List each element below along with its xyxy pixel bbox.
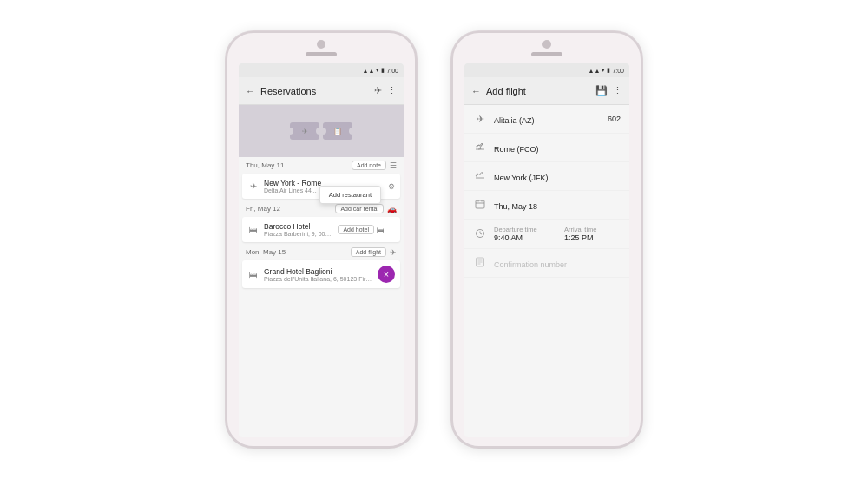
camera-dot-right bbox=[542, 40, 551, 49]
flight-number-value[interactable]: 602 bbox=[608, 115, 621, 123]
car-icon[interactable]: 🚗 bbox=[387, 205, 397, 213]
form-row-times: Departure time 9:40 AM Arrival time 1:25… bbox=[464, 220, 629, 249]
send-icon-left[interactable]: ✈ bbox=[374, 85, 382, 96]
svg-rect-0 bbox=[476, 200, 484, 208]
ticket-1: ✈ bbox=[290, 122, 319, 140]
flight-item-ny-rome: ✈ New York - Rome Delta Air Lines 44... … bbox=[242, 174, 400, 199]
left-phone-screen: ▲▲ ▾ ▮ 7:00 ← Reservations ✈ ⋮ bbox=[239, 63, 404, 437]
ticket-plane-icon: ✈ bbox=[302, 128, 308, 135]
hotel-action-icon[interactable]: 🛏 bbox=[377, 226, 385, 234]
more-icon-hotel[interactable]: ⋮ bbox=[387, 226, 395, 234]
wifi-icon: ▾ bbox=[376, 67, 379, 74]
left-screen-content: ✈ 📋 Thu, May 11 Add note ☰ bbox=[239, 105, 404, 437]
hotel-item-grand-baglioni: 🛏 Grand Hotel Baglioni Piazza dell'Unita… bbox=[242, 260, 400, 288]
speaker-grille bbox=[306, 52, 337, 56]
add-note-button[interactable]: Add note bbox=[352, 161, 386, 170]
battery-icon-right: ▮ bbox=[607, 67, 610, 74]
date-thu-may-11: Thu, May 11 bbox=[246, 161, 284, 169]
hotel-title-barocco: Barocco Hotel bbox=[264, 222, 333, 231]
status-bar-right: ▲▲ ▾ ▮ 7:00 bbox=[464, 63, 629, 77]
add-hotel-button[interactable]: Add hotel bbox=[338, 225, 374, 234]
signal-icon-right: ▲▲ bbox=[589, 68, 601, 74]
form-row-arrival: New York (JFK) bbox=[464, 162, 629, 191]
date-mon-may-15: Mon, May 15 bbox=[246, 248, 286, 256]
camera-dot bbox=[317, 40, 326, 49]
right-screen-content: ✈ Alitalia (AZ) 602 bbox=[464, 105, 629, 437]
arrival-time-label: Arrival time bbox=[564, 226, 621, 233]
arrival-city-value[interactable]: New York (JFK) bbox=[494, 174, 549, 182]
hotel-icon-barocco: 🛏 bbox=[247, 225, 260, 234]
left-app-title: Reservations bbox=[260, 86, 374, 96]
plane-icon-form: ✈ bbox=[473, 114, 487, 125]
confirmation-icon bbox=[473, 257, 487, 269]
airline-value[interactable]: Alitalia (AZ) bbox=[494, 116, 535, 125]
wifi-icon-right: ▾ bbox=[602, 67, 605, 74]
right-phone-screen: ▲▲ ▾ ▮ 7:00 ← Add flight 💾 ⋮ ✈ bbox=[464, 63, 629, 437]
time-left: 7:00 bbox=[386, 68, 398, 74]
banner-tickets: ✈ 📋 bbox=[290, 122, 352, 140]
form-row-date: Thu, May 18 bbox=[464, 191, 629, 220]
add-flight-button[interactable]: Add flight bbox=[351, 247, 386, 257]
left-phone-top-bar bbox=[227, 33, 415, 56]
time-right: 7:00 bbox=[612, 68, 624, 74]
more-icon-left[interactable]: ⋮ bbox=[387, 85, 397, 96]
filter-icon-1[interactable]: ☰ bbox=[390, 161, 397, 170]
save-icon-right[interactable]: 💾 bbox=[595, 85, 608, 96]
speaker-grille-right bbox=[531, 52, 562, 56]
battery-icon: ▮ bbox=[381, 67, 385, 74]
hotel-icon-baglioni: 🛏 bbox=[247, 270, 260, 279]
signal-icon: ▲▲ bbox=[363, 68, 375, 74]
svg-line-6 bbox=[480, 233, 482, 234]
date-section-mon-may-15: Mon, May 15 Add flight ✈ bbox=[239, 244, 404, 259]
clock-icon bbox=[473, 228, 487, 240]
form-row-airline: ✈ Alitalia (AZ) 602 bbox=[464, 105, 629, 134]
back-button-left[interactable]: ← bbox=[246, 86, 255, 96]
ticket-doc-icon: 📋 bbox=[333, 128, 342, 135]
departure-time-value[interactable]: 9:40 AM bbox=[494, 233, 550, 242]
left-app-bar: ← Reservations ✈ ⋮ bbox=[239, 77, 404, 105]
add-car-rental-button[interactable]: Add car rental bbox=[335, 204, 384, 213]
confirmation-placeholder[interactable]: Confirmation number bbox=[494, 260, 567, 269]
date-section-thu-may-11: Thu, May 11 Add note ☰ bbox=[239, 157, 404, 172]
context-menu: Add restaurant bbox=[319, 186, 381, 204]
right-app-title: Add flight bbox=[486, 86, 595, 96]
date-fri-may-12: Fri, May 12 bbox=[246, 205, 280, 213]
takeoff-icon bbox=[473, 141, 487, 154]
ticket-2: 📋 bbox=[323, 122, 352, 140]
arrival-time-value[interactable]: 1:25 PM bbox=[564, 233, 621, 242]
fab-close-button[interactable]: × bbox=[378, 266, 395, 283]
right-app-bar: ← Add flight 💾 ⋮ bbox=[464, 77, 629, 105]
more-icon-right[interactable]: ⋮ bbox=[613, 85, 622, 96]
landing-icon bbox=[473, 170, 487, 182]
status-bar-left: ▲▲ ▾ ▮ 7:00 bbox=[239, 63, 404, 77]
flight-add-icon[interactable]: ✈ bbox=[390, 248, 397, 257]
date-value[interactable]: Thu, May 18 bbox=[494, 202, 537, 211]
left-phone: ▲▲ ▾ ▮ 7:00 ← Reservations ✈ ⋮ bbox=[226, 31, 417, 448]
more-icon-flight[interactable]: ⚙ bbox=[388, 182, 395, 191]
hotel-subtitle-barocco: Piazza Barberini, 9, 0011... bbox=[264, 231, 333, 237]
right-phone: ▲▲ ▾ ▮ 7:00 ← Add flight 💾 ⋮ ✈ bbox=[451, 31, 642, 448]
hotel-title-baglioni: Grand Hotel Baglioni bbox=[264, 267, 373, 276]
form-row-departure: Rome (FCO) bbox=[464, 134, 629, 162]
add-restaurant-menu-item[interactable]: Add restaurant bbox=[320, 188, 380, 201]
hotel-subtitle-baglioni: Piazza dell'Unita Italiana, 6, 50123 Fir… bbox=[264, 276, 373, 282]
form-row-confirmation: Confirmation number bbox=[464, 249, 629, 278]
calendar-icon bbox=[473, 199, 487, 211]
banner-image: ✈ 📋 bbox=[239, 105, 404, 157]
phones-container: ▲▲ ▾ ▮ 7:00 ← Reservations ✈ ⋮ bbox=[0, 0, 868, 479]
flight-icon: ✈ bbox=[247, 181, 260, 191]
departure-city-value[interactable]: Rome (FCO) bbox=[494, 145, 539, 154]
right-phone-top-bar bbox=[453, 33, 641, 56]
departure-time-label: Departure time bbox=[494, 226, 550, 233]
hotel-item-barocco: 🛏 Barocco Hotel Piazza Barberini, 9, 001… bbox=[242, 217, 400, 242]
back-button-right[interactable]: ← bbox=[471, 86, 481, 96]
